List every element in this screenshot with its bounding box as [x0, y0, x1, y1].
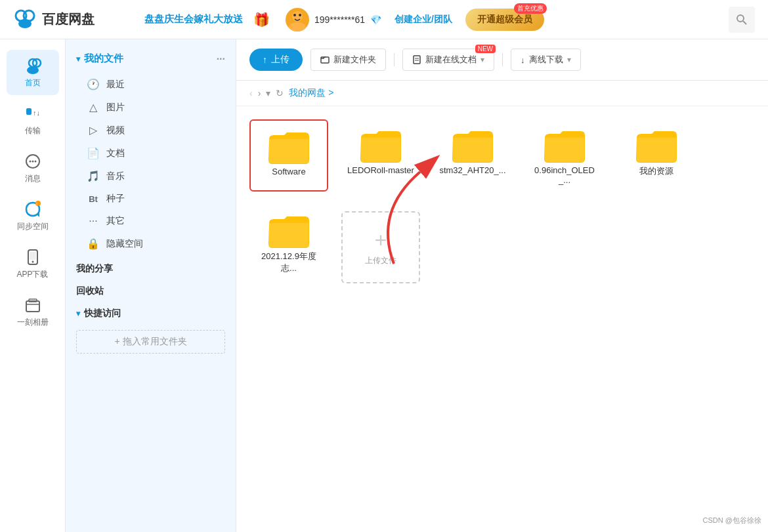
sidebar-item-doc[interactable]: 📄 文档 [66, 142, 236, 165]
sidebar-item-photo[interactable]: △ 图片 [66, 96, 236, 119]
offline-download-label: 离线下载 [529, 54, 563, 66]
doc-icon: 📄 [87, 147, 100, 159]
folder-item-myresource[interactable]: 我的资源 [617, 119, 696, 192]
dropdown-arrow-bc[interactable]: ▾ [266, 88, 270, 98]
toolbar-divider-2 [502, 53, 503, 66]
breadcrumb-path: 我的网盘 > [289, 87, 333, 99]
watermark: CSDN @包谷徐徐 [703, 516, 761, 525]
home-icon [24, 56, 42, 75]
svg-rect-28 [414, 56, 420, 64]
nav-item-sync[interactable]: ! 同步空间 [7, 194, 59, 239]
new-doc-label: 新建在线文档 [425, 54, 477, 66]
forward-arrow[interactable]: › [258, 88, 261, 98]
sidebar-item-hidden[interactable]: 🔒 隐藏空间 [66, 232, 236, 255]
refresh-icon[interactable]: ↻ [276, 88, 284, 98]
toolbar-divider-1 [394, 53, 395, 66]
hidden-icon: 🔒 [87, 237, 100, 250]
new-doc-badge: NEW [475, 45, 496, 53]
my-files-label[interactable]: 我的文件 [84, 52, 123, 65]
folder-item-ledoroll[interactable]: LEDORoll-master [341, 119, 420, 192]
sidebar-item-bt[interactable]: Bt 种子 [66, 188, 236, 210]
svg-point-17 [34, 161, 36, 163]
nav-label-app: APP下载 [16, 269, 48, 280]
sidebar-item-recent[interactable]: 🕐 最近 [66, 73, 236, 96]
sidebar-item-recent-label: 最近 [106, 79, 125, 91]
nav-item-app[interactable]: APP下载 [7, 241, 59, 287]
offline-download-button[interactable]: ↓ 离线下载 ▾ [511, 49, 581, 71]
sidebar-menu-dots[interactable]: ··· [217, 53, 225, 65]
nav-item-message[interactable]: 消息 [7, 146, 59, 191]
dropdown-arrow: ▾ [480, 55, 484, 64]
nav-label-transfer: 传输 [25, 125, 41, 136]
svg-line-8 [743, 21, 746, 24]
quick-access-label: 快捷访问 [84, 308, 121, 319]
logo-area: 百度网盘 [13, 8, 118, 31]
svg-point-5 [293, 14, 296, 16]
nav-item-transfer[interactable]: ↑↓ 传输 [7, 98, 59, 143]
sidebar-section-recycle[interactable]: 回收站 [66, 277, 236, 300]
sidebar-item-bt-label: 种子 [106, 193, 125, 205]
other-icon: ··· [87, 215, 100, 227]
nav-label-sync: 同步空间 [17, 221, 49, 232]
folder-icon-software [266, 127, 312, 167]
search-button[interactable] [729, 7, 755, 33]
nav-label-home: 首页 [25, 77, 41, 89]
svg-text:↑↓: ↑↓ [33, 109, 40, 117]
enterprise-btn[interactable]: 创建企业/团队 [395, 14, 452, 26]
sidebar-section-share[interactable]: 我的分享 [66, 255, 236, 277]
quick-access-arrow[interactable]: ▾ [76, 309, 80, 318]
sidebar-item-music[interactable]: 🎵 音乐 [66, 165, 236, 188]
header: 百度网盘 盘盘庆生会嫁礼大放送 🎁 199*******61 💎 创建企业/团队… [0, 0, 768, 39]
folder-item-software[interactable]: Software [249, 119, 328, 192]
folder-name-software: Software [272, 167, 305, 176]
add-folder-btn[interactable]: + 拖入常用文件夹 [76, 330, 225, 354]
bc-root[interactable]: 我的网盘 [289, 87, 326, 98]
upload-button[interactable]: ↑ 上传 [249, 49, 303, 71]
svg-rect-24 [26, 301, 39, 312]
nav-label-message: 消息 [25, 173, 41, 184]
user-id: 199*******61 [314, 14, 365, 25]
offline-dropdown-arrow: ▾ [567, 55, 571, 64]
diamond-icon: 💎 [370, 14, 381, 25]
transfer-icon: ↑↓ [24, 104, 42, 123]
folder-name-ledoroll: LEDORoll-master [347, 165, 414, 175]
svg-rect-22 [30, 252, 36, 260]
sidebar-expand-arrow[interactable]: ▾ [76, 54, 80, 64]
folder-name-2021: 2021.12.9年度志... [255, 251, 323, 274]
vip-button-wrapper: 开通超级会员 首充优惠 [452, 9, 544, 31]
user-avatar [286, 8, 309, 31]
nav-item-album[interactable]: 一刻相册 [7, 289, 59, 335]
add-folder-label: + 拖入常用文件夹 [114, 336, 186, 348]
sidebar-item-other[interactable]: ··· 其它 [66, 210, 236, 232]
toolbar: ↑ 上传 新建文件夹 新建在线文档 [236, 39, 768, 81]
sync-icon: ! [24, 200, 42, 218]
new-folder-button[interactable]: 新建文件夹 [310, 49, 386, 71]
promo-text[interactable]: 盘盘庆生会嫁礼大放送 [144, 13, 243, 26]
bt-icon: Bt [87, 194, 100, 204]
user-info[interactable]: 199*******61 💎 [286, 8, 381, 31]
baidu-pan-logo [13, 8, 37, 31]
sidebar-item-video[interactable]: ▷ 视频 [66, 119, 236, 142]
folder-item-oled[interactable]: 0.96inch_OLED_... [525, 119, 604, 192]
main-content: ↑ 上传 新建文件夹 新建在线文档 [236, 39, 768, 532]
vip-badge: 首充优惠 [514, 3, 547, 14]
upload-plus-icon: + [375, 228, 387, 253]
upload-file-placeholder[interactable]: + 上传文件 [341, 211, 420, 283]
svg-point-7 [737, 15, 744, 22]
folder-icon-2021 [266, 211, 312, 251]
nav-item-home[interactable]: 首页 [7, 50, 59, 95]
album-icon [24, 296, 42, 314]
svg-point-16 [32, 161, 33, 163]
sidebar-item-doc-label: 文档 [106, 148, 125, 159]
sidebar-header: ▾ 我的文件 ··· [66, 50, 236, 73]
back-arrow[interactable]: ‹ [249, 88, 253, 98]
folder-item-stm32[interactable]: stm32_AHT20_... [433, 119, 512, 192]
upload-file-label: 上传文件 [365, 255, 396, 266]
download-icon: ↓ [521, 55, 525, 65]
svg-point-11 [27, 66, 39, 74]
folder-item-2021[interactable]: 2021.12.9年度志... [249, 205, 328, 283]
gift-icon[interactable]: 🎁 [253, 12, 270, 28]
folder-icon-myresource [633, 126, 679, 165]
left-nav: 首页 ↑↓ 传输 消息 ! [0, 39, 66, 532]
folder-name-oled: 0.96inch_OLED_... [530, 165, 599, 185]
